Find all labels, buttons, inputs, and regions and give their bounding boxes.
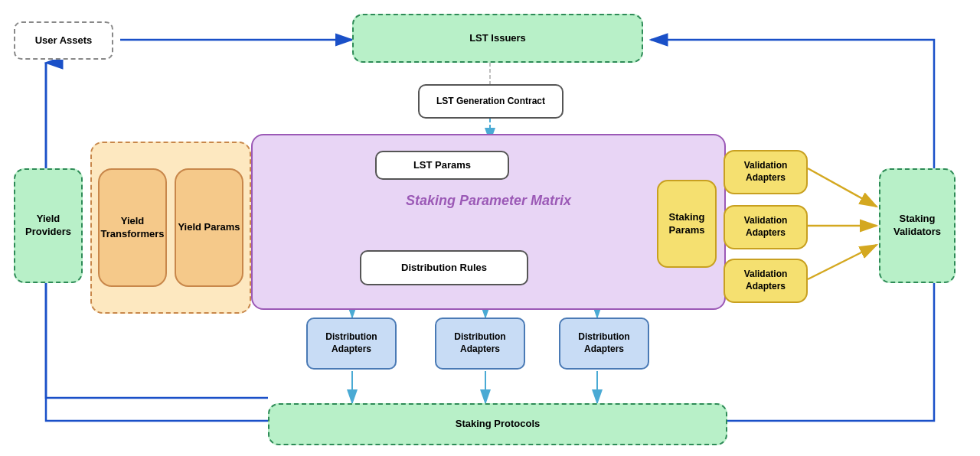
yield-transformers-node: Yield Transformers (98, 168, 167, 287)
distribution-rules-label: Distribution Rules (401, 262, 487, 275)
staking-protocols-label: Staking Protocols (456, 418, 541, 431)
validation-adapters-2-node: Validation Adapters (724, 205, 808, 249)
lst-params-node: LST Params (375, 151, 509, 180)
staking-validators-node: Staking Validators (879, 168, 956, 283)
distribution-adapters-2-label: Distribution Adapters (436, 331, 524, 355)
validation-adapters-1-label: Validation Adapters (725, 160, 806, 184)
staking-parameter-matrix-title: Staking Parameter Matrix (253, 193, 724, 209)
distribution-adapters-1-label: Distribution Adapters (308, 331, 395, 355)
user-assets-node: User Assets (14, 21, 113, 60)
yield-providers-label: Yield Providers (15, 213, 81, 239)
diagram: User Assets LST Issuers LST Generation C… (0, 0, 980, 456)
yield-params-label: Yield Params (178, 221, 240, 234)
validation-adapters-3-label: Validation Adapters (725, 269, 806, 292)
yield-transformers-label: Yield Transformers (100, 215, 165, 241)
lst-params-label: LST Params (413, 159, 471, 172)
lst-issuers-label: LST Issuers (469, 32, 526, 45)
user-assets-label: User Assets (35, 34, 93, 47)
staking-params-label: Staking Params (658, 211, 715, 237)
distribution-adapters-3-label: Distribution Adapters (560, 331, 648, 355)
yield-params-node: Yield Params (175, 168, 243, 287)
distribution-rules-node: Distribution Rules (360, 250, 528, 285)
distribution-adapters-1-node: Distribution Adapters (306, 318, 397, 370)
lst-generation-contract-node: LST Generation Contract (418, 84, 564, 119)
yield-providers-node: Yield Providers (14, 168, 83, 283)
staking-validators-label: Staking Validators (880, 213, 954, 239)
validation-adapters-3-node: Validation Adapters (724, 259, 808, 303)
validation-adapters-1-node: Validation Adapters (724, 150, 808, 194)
distribution-adapters-3-node: Distribution Adapters (559, 318, 649, 370)
lst-issuers-node: LST Issuers (352, 14, 643, 63)
svg-line-20 (808, 168, 877, 207)
distribution-adapters-2-node: Distribution Adapters (435, 318, 525, 370)
svg-line-22 (808, 245, 877, 279)
staking-parameter-matrix-container: LST Params Staking Parameter Matrix Dist… (251, 134, 726, 310)
validation-adapters-2-label: Validation Adapters (725, 215, 806, 239)
staking-params-node: Staking Params (657, 180, 717, 268)
lst-generation-contract-label: LST Generation Contract (436, 96, 545, 108)
staking-protocols-node: Staking Protocols (268, 403, 727, 445)
